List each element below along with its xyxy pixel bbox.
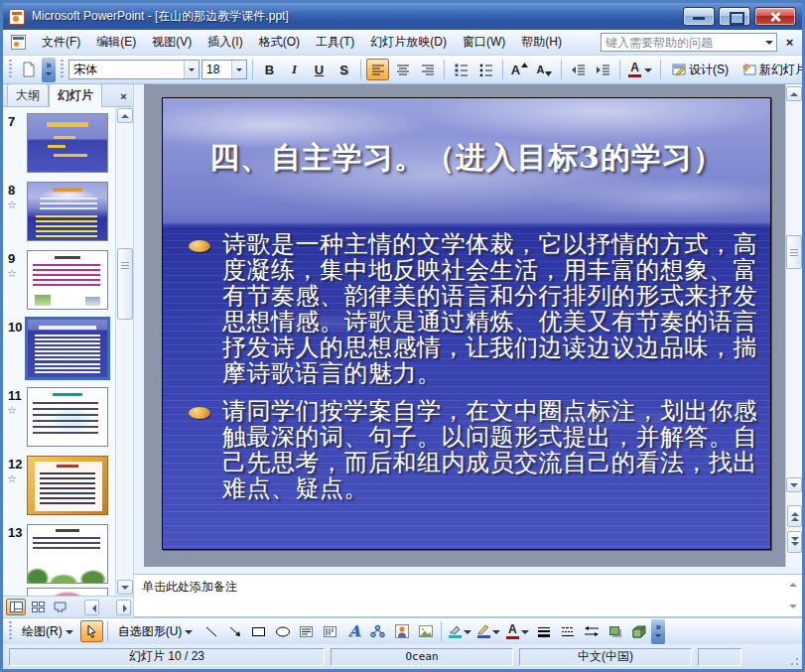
arrow-tool-button[interactable]: [223, 620, 246, 642]
language-indicator[interactable]: 中文(中国): [519, 648, 692, 666]
slide-14-thumbnail[interactable]: [27, 588, 108, 596]
tab-slides[interactable]: 幻灯片: [49, 83, 102, 107]
italic-button[interactable]: I: [283, 59, 306, 80]
slide-7-thumbnail[interactable]: [27, 113, 108, 173]
scroll-down-button[interactable]: [786, 477, 802, 492]
help-search-input[interactable]: [602, 35, 763, 50]
slide-11-thumbnail[interactable]: [27, 387, 108, 447]
design-template-name[interactable]: Ocean: [331, 648, 513, 666]
rectangle-tool-button[interactable]: [247, 620, 270, 642]
menu-slideshow[interactable]: 幻灯片放映(D): [362, 30, 455, 55]
pane-close-icon[interactable]: ×: [116, 88, 131, 103]
increase-font-size-button[interactable]: A: [508, 59, 531, 80]
animation-star-icon[interactable]: ☆: [7, 472, 17, 485]
font-color-button[interactable]: A: [625, 59, 655, 80]
shadow-style-button[interactable]: [604, 620, 626, 642]
slide-8-thumbnail[interactable]: [27, 182, 108, 241]
scroll-right-button[interactable]: [116, 600, 131, 615]
slide-body-text[interactable]: 诗歌是一种主情的文学体裁，它以抒情的方式，高度凝练，集中地反映社会生活，用丰富的…: [189, 231, 771, 513]
font-name-combo[interactable]: 宋体: [68, 60, 200, 79]
align-center-button[interactable]: [391, 59, 414, 80]
slideshow-view-button[interactable]: [50, 599, 69, 615]
menu-file[interactable]: 文件(F): [34, 30, 88, 55]
menu-tools[interactable]: 工具(T): [308, 30, 362, 55]
underline-button[interactable]: U: [308, 59, 331, 80]
font-dropdown-icon[interactable]: [184, 61, 199, 78]
menu-insert[interactable]: 插入(I): [200, 30, 250, 55]
vertical-text-box-button[interactable]: [319, 620, 341, 642]
bullet-text[interactable]: 请同学们按学案自学，在文中圈点标注，划出你感触最深的词、句子。以问题形式提出，并…: [222, 398, 771, 501]
arrow-style-button[interactable]: [580, 620, 603, 642]
thumbnail-scrollbar[interactable]: [115, 107, 133, 596]
text-shadow-button[interactable]: S: [333, 59, 355, 80]
scrollbar-thumb[interactable]: [117, 248, 133, 320]
scroll-up-button[interactable]: [786, 86, 802, 101]
dash-style-button[interactable]: [556, 620, 579, 642]
slide-scrollbar[interactable]: [785, 84, 802, 567]
scroll-down-button[interactable]: [117, 580, 133, 595]
3d-style-button[interactable]: [627, 620, 650, 642]
insert-diagram-button[interactable]: [366, 620, 389, 642]
insert-clipart-button[interactable]: [390, 620, 413, 642]
line-color-button[interactable]: [474, 620, 502, 642]
menu-view[interactable]: 视图(V): [144, 30, 200, 55]
animation-star-icon[interactable]: ☆: [7, 199, 17, 211]
close-button[interactable]: [754, 7, 796, 26]
toolbar-options-chevron[interactable]: [651, 619, 665, 644]
wordart-button[interactable]: A: [342, 620, 365, 642]
current-slide[interactable]: 四、自主学习。（进入目标3的学习） 诗歌是一种主情的文学体裁，它以抒情的方式，高…: [162, 97, 771, 550]
bullet-text[interactable]: 诗歌是一种主情的文学体裁，它以抒情的方式，高度凝练，集中地反映社会生活，用丰富的…: [222, 231, 771, 386]
menu-format[interactable]: 格式(O): [251, 30, 308, 55]
bold-button[interactable]: B: [258, 59, 281, 80]
toolbar-grip[interactable]: [8, 60, 13, 79]
slide-13-thumbnail[interactable]: [27, 524, 108, 584]
scroll-left-button[interactable]: [84, 600, 99, 615]
normal-view-button[interactable]: [6, 599, 26, 615]
animation-star-icon[interactable]: ☆: [7, 404, 17, 417]
new-presentation-button[interactable]: [17, 59, 40, 80]
bulleted-list-button[interactable]: [474, 59, 497, 80]
line-style-button[interactable]: [532, 620, 555, 642]
line-tool-button[interactable]: [200, 620, 222, 642]
slide-sorter-view-button[interactable]: [28, 599, 48, 615]
numbered-list-button[interactable]: [450, 59, 472, 80]
select-objects-button[interactable]: [80, 620, 103, 642]
minimize-button[interactable]: [683, 7, 715, 26]
autoshapes-menu-button[interactable]: 自选图形(U): [112, 620, 200, 642]
notes-placeholder[interactable]: 单击此处添加备注: [134, 575, 802, 600]
toolbar-grip[interactable]: [60, 60, 65, 79]
slide-title[interactable]: 四、自主学习。（进入目标3的学习）: [163, 138, 770, 179]
oval-tool-button[interactable]: [271, 620, 294, 642]
insert-picture-button[interactable]: [414, 620, 437, 642]
align-left-button[interactable]: [366, 59, 389, 80]
slide-design-button[interactable]: 设计(S): [666, 59, 735, 80]
toolbar-grip[interactable]: [8, 621, 13, 641]
notes-splitter[interactable]: [134, 567, 802, 574]
previous-slide-button[interactable]: [787, 505, 802, 527]
slide-9-thumbnail[interactable]: [27, 250, 108, 310]
scroll-up-button[interactable]: [117, 108, 133, 123]
fill-color-button[interactable]: [446, 620, 473, 642]
menu-help[interactable]: 帮助(H): [513, 30, 570, 55]
help-dropdown-icon[interactable]: [765, 41, 773, 49]
restore-button[interactable]: [719, 7, 750, 26]
increase-indent-button[interactable]: [592, 59, 614, 80]
new-slide-button[interactable]: 新幻灯片(N): [737, 59, 805, 80]
decrease-indent-button[interactable]: [567, 59, 590, 80]
window-resize-grip[interactable]: [787, 654, 800, 667]
menu-edit[interactable]: 编辑(E): [88, 30, 144, 55]
menu-window[interactable]: 窗口(W): [455, 30, 513, 55]
font-size-combo[interactable]: 18: [201, 60, 247, 79]
next-slide-button[interactable]: [787, 531, 802, 553]
draw-menu-button[interactable]: 绘图(R): [16, 620, 79, 642]
animation-star-icon[interactable]: ☆: [7, 267, 17, 280]
tab-outline[interactable]: 大纲: [7, 83, 49, 106]
slide-12-thumbnail[interactable]: [27, 456, 108, 515]
decrease-font-size-button[interactable]: A: [533, 59, 556, 80]
slide-10-thumbnail-selected[interactable]: [25, 317, 110, 380]
font-color-button[interactable]: A: [503, 620, 531, 642]
toolbar-options-chevron[interactable]: [42, 58, 56, 82]
scrollbar-thumb[interactable]: [786, 235, 802, 269]
notes-scrollbar[interactable]: [786, 577, 800, 614]
notes-pane[interactable]: 单击此处添加备注: [134, 574, 802, 617]
